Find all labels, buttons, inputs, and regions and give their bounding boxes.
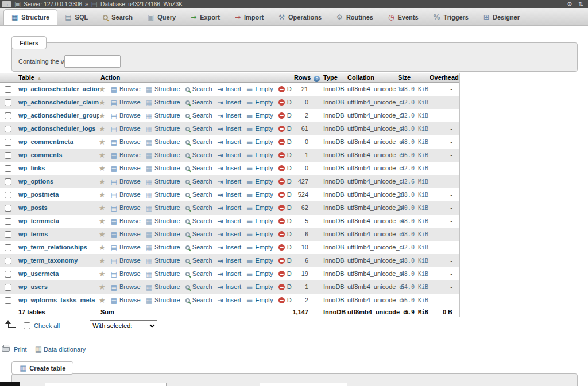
- tab-search[interactable]: Search: [95, 10, 140, 25]
- insert-link[interactable]: Insert: [218, 83, 242, 96]
- empty-link[interactable]: Empty: [246, 162, 273, 175]
- create-table-name-input[interactable]: [45, 383, 167, 386]
- structure-link[interactable]: Structure: [146, 149, 180, 162]
- structure-link[interactable]: Structure: [146, 96, 180, 109]
- row-checkbox[interactable]: [5, 231, 11, 238]
- structure-link[interactable]: Structure: [146, 294, 180, 307]
- insert-link[interactable]: Insert: [218, 162, 242, 175]
- row-checkbox[interactable]: [5, 165, 11, 172]
- insert-link[interactable]: Insert: [218, 267, 242, 280]
- browse-link[interactable]: Browse: [111, 149, 141, 162]
- empty-link[interactable]: Empty: [246, 96, 273, 109]
- structure-link[interactable]: Structure: [146, 241, 180, 254]
- empty-link[interactable]: Empty: [246, 254, 273, 267]
- browse-link[interactable]: Browse: [111, 96, 141, 109]
- drop-link[interactable]: Drop: [278, 228, 292, 241]
- row-checkbox[interactable]: [5, 297, 11, 304]
- drop-link[interactable]: Drop: [278, 175, 292, 188]
- database-breadcrumb-link[interactable]: Database: u432174166_WnZ3K: [100, 1, 183, 7]
- browse-link[interactable]: Browse: [111, 109, 141, 122]
- row-checkbox[interactable]: [5, 205, 11, 212]
- favorite-star-icon[interactable]: [99, 99, 106, 106]
- containing-word-input[interactable]: [64, 55, 121, 68]
- insert-link[interactable]: Insert: [218, 188, 242, 201]
- insert-link[interactable]: Insert: [218, 109, 242, 122]
- favorite-star-icon[interactable]: [99, 112, 106, 119]
- empty-link[interactable]: Empty: [246, 175, 273, 188]
- table-name-link[interactable]: wp_postmeta: [18, 191, 59, 198]
- drop-link[interactable]: Drop: [278, 201, 292, 215]
- insert-link[interactable]: Insert: [218, 135, 242, 149]
- server-breadcrumb-link[interactable]: Server: 127.0.0.1:3306: [24, 1, 82, 7]
- favorite-star-icon[interactable]: [99, 178, 106, 185]
- search-link[interactable]: Search: [185, 83, 212, 96]
- empty-link[interactable]: Empty: [246, 109, 273, 122]
- browse-link[interactable]: Browse: [111, 267, 141, 280]
- settings-gear-icon[interactable]: ⚙: [567, 1, 572, 8]
- tab-designer[interactable]: Designer: [476, 10, 527, 25]
- favorite-star-icon[interactable]: [99, 151, 106, 159]
- row-checkbox[interactable]: [5, 192, 11, 198]
- row-checkbox[interactable]: [5, 86, 11, 93]
- search-link[interactable]: Search: [185, 175, 212, 188]
- tab-triggers[interactable]: Triggers: [426, 10, 476, 25]
- empty-link[interactable]: Empty: [246, 280, 273, 294]
- table-name-link[interactable]: wp_termmeta: [18, 217, 59, 224]
- favorite-star-icon[interactable]: [99, 125, 106, 132]
- insert-link[interactable]: Insert: [218, 175, 242, 188]
- drop-link[interactable]: Drop: [278, 294, 292, 307]
- search-link[interactable]: Search: [185, 135, 212, 149]
- structure-link[interactable]: Structure: [146, 135, 180, 149]
- tab-structure[interactable]: Structure: [3, 9, 57, 25]
- empty-link[interactable]: Empty: [246, 188, 273, 201]
- drop-link[interactable]: Drop: [278, 83, 292, 96]
- drop-link[interactable]: Drop: [278, 241, 292, 254]
- browse-link[interactable]: Browse: [111, 254, 141, 267]
- favorite-star-icon[interactable]: [99, 283, 106, 291]
- print-link[interactable]: Print: [2, 346, 27, 353]
- search-link[interactable]: Search: [185, 122, 212, 135]
- empty-link[interactable]: Empty: [246, 83, 273, 96]
- drop-link[interactable]: Drop: [278, 122, 292, 135]
- browse-link[interactable]: Browse: [111, 228, 141, 241]
- structure-link[interactable]: Structure: [146, 254, 180, 267]
- drop-link[interactable]: Drop: [278, 267, 292, 280]
- browse-link[interactable]: Browse: [111, 175, 141, 188]
- create-table-columns-input[interactable]: [260, 383, 347, 386]
- structure-link[interactable]: Structure: [146, 162, 180, 175]
- structure-link[interactable]: Structure: [146, 175, 180, 188]
- browse-link[interactable]: Browse: [111, 122, 141, 135]
- search-link[interactable]: Search: [185, 162, 212, 175]
- nav-panel-toggle[interactable]: →: [2, 1, 11, 7]
- empty-link[interactable]: Empty: [246, 228, 273, 241]
- empty-link[interactable]: Empty: [246, 294, 273, 307]
- favorite-star-icon[interactable]: [99, 165, 106, 172]
- insert-link[interactable]: Insert: [218, 280, 242, 294]
- favorite-star-icon[interactable]: [99, 138, 106, 146]
- structure-link[interactable]: Structure: [146, 188, 180, 201]
- empty-link[interactable]: Empty: [246, 149, 273, 162]
- row-checkbox[interactable]: [5, 139, 11, 146]
- favorite-star-icon[interactable]: [99, 231, 106, 238]
- table-name-link[interactable]: wp_term_relationships: [18, 244, 87, 251]
- insert-link[interactable]: Insert: [218, 228, 242, 241]
- row-checkbox[interactable]: [5, 126, 11, 132]
- browse-link[interactable]: Browse: [111, 280, 141, 294]
- tab-events[interactable]: Events: [381, 10, 426, 25]
- structure-link[interactable]: Structure: [146, 267, 180, 280]
- drop-link[interactable]: Drop: [278, 162, 292, 175]
- table-name-link[interactable]: wp_term_taxonomy: [18, 257, 78, 264]
- insert-link[interactable]: Insert: [218, 241, 242, 254]
- browse-link[interactable]: Browse: [111, 241, 141, 254]
- insert-link[interactable]: Insert: [218, 149, 242, 162]
- insert-link[interactable]: Insert: [218, 96, 242, 109]
- browse-link[interactable]: Browse: [111, 135, 141, 149]
- drop-link[interactable]: Drop: [278, 149, 292, 162]
- table-name-link[interactable]: wp_comments: [18, 151, 62, 158]
- search-link[interactable]: Search: [185, 267, 212, 280]
- with-selected-dropdown[interactable]: With selected:: [90, 320, 157, 332]
- tab-query[interactable]: Query: [140, 10, 183, 25]
- favorite-star-icon[interactable]: [99, 257, 106, 264]
- search-link[interactable]: Search: [185, 294, 212, 307]
- table-name-link[interactable]: wp_terms: [18, 231, 48, 237]
